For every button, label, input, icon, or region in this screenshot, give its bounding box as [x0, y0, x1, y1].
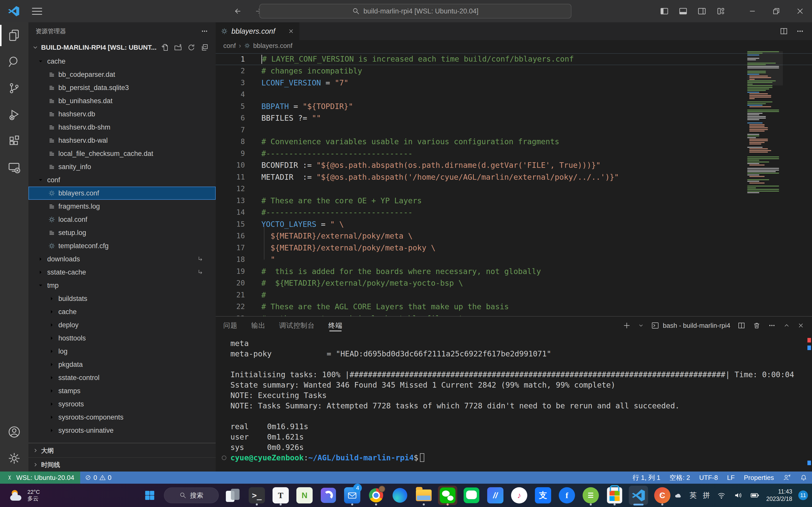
tree-item-hosttools[interactable]: hosttools [29, 332, 216, 345]
tree-item-conf[interactable]: conf [29, 173, 216, 186]
tree-item-tmp[interactable]: tmp [29, 279, 216, 292]
tree-item-sanity_info[interactable]: sanity_info [29, 160, 216, 173]
taskbar-app-mail[interactable]: 4 [343, 486, 362, 505]
taskbar-search[interactable]: 搜索 [164, 488, 219, 503]
ime-pinyin-indicator[interactable]: 拼 [703, 491, 710, 500]
kill-terminal-icon[interactable] [753, 322, 761, 330]
panel-tab-输出[interactable]: 输出 [251, 317, 265, 334]
toggle-secondary-sidebar-icon[interactable] [697, 7, 706, 16]
tree-item-log[interactable]: log [29, 345, 216, 358]
toggle-panel-icon[interactable] [678, 7, 688, 16]
tree-item-bb_persist_data.sqlite3[interactable]: bb_persist_data.sqlite3 [29, 81, 216, 94]
taskbar-app-edge[interactable] [390, 486, 410, 505]
new-file-icon[interactable] [161, 43, 169, 51]
tree-item-hashserv.db[interactable]: hashserv.db [29, 108, 216, 121]
close-panel-icon[interactable] [797, 322, 804, 329]
taskbar-app-loop[interactable] [319, 486, 338, 505]
wifi-icon[interactable] [716, 491, 727, 500]
activity-extensions[interactable] [0, 128, 29, 154]
taskbar-app-chrome[interactable] [366, 486, 386, 505]
taskbar-app-dev-slash[interactable]: // [486, 486, 505, 505]
notifications-bell-icon[interactable] [795, 471, 812, 484]
taskbar-app-task-view[interactable] [223, 486, 243, 505]
tree-item-sstate-control[interactable]: sstate-control [29, 371, 216, 384]
taskbar-app-vscode[interactable] [629, 486, 648, 505]
eol-sequence[interactable]: LF [722, 471, 739, 484]
tree-item-sysroots[interactable]: sysroots [29, 397, 216, 411]
weather-widget[interactable]: 22°C 多云 [10, 489, 40, 502]
onedrive-cloud-icon[interactable] [673, 491, 683, 500]
feedback-icon[interactable] [778, 471, 795, 484]
collapse-all-icon[interactable] [200, 43, 209, 51]
activity-settings[interactable] [0, 445, 29, 471]
timeline-section[interactable]: 时间线 [29, 457, 216, 471]
start-button[interactable] [140, 486, 159, 505]
split-terminal-icon[interactable] [738, 322, 746, 330]
taskbar-app-file-explorer[interactable] [414, 486, 434, 505]
encoding[interactable]: UTF-8 [695, 471, 722, 484]
panel-tab-终端[interactable]: 终端 [328, 317, 343, 334]
activity-explorer[interactable] [0, 22, 29, 49]
menu-hamburger-icon[interactable] [32, 8, 42, 15]
activity-search[interactable] [0, 49, 29, 75]
tree-item-local.conf[interactable]: local.conf [29, 213, 216, 226]
code-editor[interactable]: 1# LAYER_CONF_VERSION is increased each … [216, 51, 812, 316]
activity-remote-explorer[interactable] [0, 154, 29, 180]
tree-item-hashserv.db-shm[interactable]: hashserv.db-shm [29, 121, 216, 134]
nav-back-icon[interactable] [234, 7, 243, 16]
tree-item-bb_unihashes.dat[interactable]: bb_unihashes.dat [29, 94, 216, 108]
panel-tab-问题[interactable]: 问题 [223, 317, 238, 334]
tree-item-fragments.log[interactable]: fragments.log [29, 200, 216, 213]
maximize-panel-icon[interactable] [783, 322, 790, 329]
tree-item-templateconf.cfg[interactable]: templateconf.cfg [29, 239, 216, 252]
breadcrumb-folder[interactable]: conf [223, 42, 236, 50]
taskbar-app-itunes[interactable]: ♪ [510, 486, 529, 505]
tree-item-stamps[interactable]: stamps [29, 384, 216, 397]
problems-indicator[interactable]: 0 0 [80, 471, 116, 484]
tree-item-cache[interactable]: cache [29, 305, 216, 319]
taskbar-app-notepad-plus[interactable]: N [295, 486, 314, 505]
tree-item-bb_codeparser.dat[interactable]: bb_codeparser.dat [29, 68, 216, 81]
remote-indicator[interactable]: WSL: Ubuntu-20.04 [0, 471, 80, 484]
window-close-button[interactable] [788, 0, 812, 22]
taskbar-app-alipay[interactable]: 支 [534, 486, 553, 505]
volume-icon[interactable] [733, 491, 744, 500]
project-root-row[interactable]: BUILD-MARLIN-RPI4 [WSL: UBUNT... [29, 40, 216, 55]
window-minimize-button[interactable] [741, 0, 764, 22]
tree-item-deploy[interactable]: deploy [29, 319, 216, 332]
activity-run-debug[interactable] [0, 101, 29, 128]
notification-count-badge[interactable]: 11 [798, 491, 808, 500]
split-editor-icon[interactable] [779, 27, 788, 36]
cursor-position[interactable]: 行 1, 列 1 [628, 471, 665, 484]
terminal-output[interactable]: metameta-poky = "HEAD:d695bd0d3dc66f2111… [216, 334, 812, 471]
editor-more-actions-icon[interactable] [796, 27, 804, 36]
taskbar-app-typora[interactable]: T [271, 486, 290, 505]
language-mode[interactable]: Properties [740, 471, 779, 484]
command-center-search[interactable]: build-marlin-rpi4 [WSL: Ubuntu-20.04] [259, 4, 571, 18]
tree-item-hashserv.db-wal[interactable]: hashserv.db-wal [29, 134, 216, 147]
taskbar-app-facebook[interactable]: f [557, 486, 576, 505]
tree-item-local_file_checksum_cache.dat[interactable]: local_file_checksum_cache.dat [29, 147, 216, 160]
tree-item-cache[interactable]: cache [29, 55, 216, 68]
window-restore-button[interactable] [764, 0, 788, 22]
panel-tab-调试控制台[interactable]: 调试控制台 [279, 317, 315, 334]
taskbar-app-wechat[interactable] [438, 486, 457, 505]
refresh-icon[interactable] [187, 43, 195, 51]
panel-more-actions-icon[interactable] [768, 322, 776, 330]
taskbar-app-green-grid[interactable]: ☰ [581, 486, 600, 505]
indentation[interactable]: 空格: 2 [665, 471, 695, 484]
terminal-session[interactable]: bash - build-marlin-rpi4 [651, 322, 730, 330]
tray-chevron-up-icon[interactable] [656, 492, 667, 499]
activity-source-control[interactable] [0, 75, 29, 101]
toggle-sidebar-icon[interactable] [660, 7, 669, 16]
new-terminal-icon[interactable] [623, 322, 631, 330]
tree-item-pkgdata[interactable]: pkgdata [29, 358, 216, 371]
tree-item-downloads[interactable]: downloads [29, 252, 216, 266]
terminal-dropdown-icon[interactable] [638, 323, 644, 329]
tree-item-setup.log[interactable]: setup.log [29, 226, 216, 239]
new-folder-icon[interactable] [174, 43, 182, 51]
breadcrumb[interactable]: conf › bblayers.conf [216, 40, 812, 51]
ime-english-indicator[interactable]: 英 [690, 491, 697, 500]
customize-layout-icon[interactable] [716, 7, 725, 16]
battery-icon[interactable] [750, 491, 760, 500]
